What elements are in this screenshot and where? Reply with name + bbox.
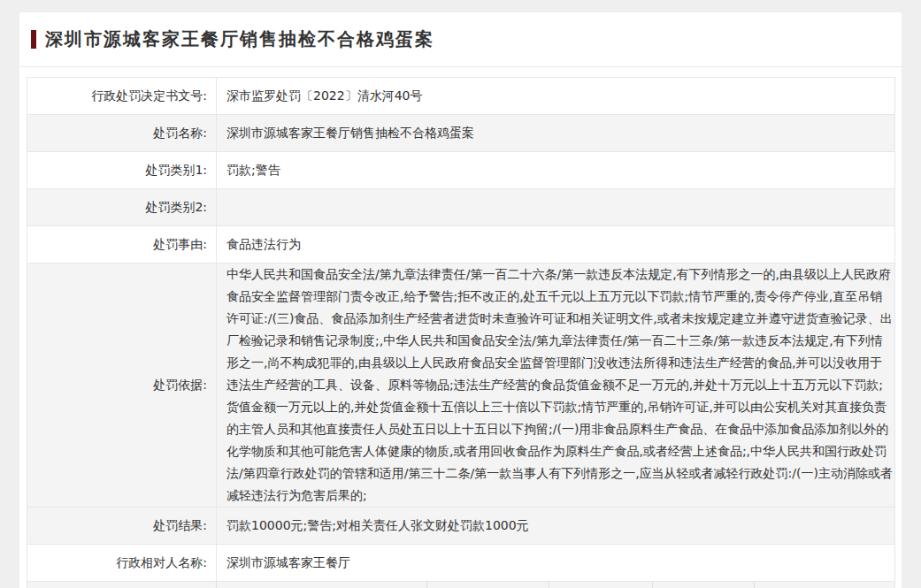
row-value: 罚款;警告 [217,152,894,188]
table-row: 处罚事由:食品违法行为 [27,226,894,263]
row-label: 处罚结果: [27,508,217,544]
partial-cell [427,582,549,588]
row-label: 处罚类别2: [27,189,217,225]
page-title: 深圳市源城客家王餐厅销售抽检不合格鸡蛋案 [45,27,434,51]
content-panel: 深圳市源城客家王餐厅销售抽检不合格鸡蛋案 行政处罚决定书文号:深市监罗处罚〔20… [19,12,902,588]
row-label: 行政相对人名称: [27,545,217,581]
row-value: 深市监罗处罚〔2022〕清水河40号 [217,78,894,114]
table-row-partial [27,582,894,588]
partial-cell [653,582,755,588]
row-label: 处罚事由: [27,226,217,263]
row-value: 深圳市源城客家王餐厅销售抽检不合格鸡蛋案 [217,115,894,151]
partial-cell [549,582,653,588]
row-value: 深圳市源城客家王餐厅 [217,545,894,581]
row-label: 处罚类别1: [27,152,217,188]
row-label: 处罚依据: [27,263,217,507]
penalty-detail-table: 行政处罚决定书文号:深市监罗处罚〔2022〕清水河40号处罚名称:深圳市源城客家… [27,77,895,588]
table-row: 行政相对人名称:深圳市源城客家王餐厅 [27,545,894,582]
table-row: 处罚类别1:罚款;警告 [27,152,894,189]
table-row: 处罚类别2: [27,189,894,226]
row-value: 罚款10000元;警告;对相关责任人张文财处罚款1000元 [217,508,894,544]
partial-cell [27,582,217,588]
partial-cell [217,582,427,588]
table-rows: 行政处罚决定书文号:深市监罗处罚〔2022〕清水河40号处罚名称:深圳市源城客家… [27,78,894,582]
partial-cell [755,582,894,588]
row-value [217,189,894,225]
row-value: 中华人民共和国食品安全法/第九章法律责任/第一百二十六条/第一款违反本法规定,有… [217,263,894,507]
table-row: 处罚依据:中华人民共和国食品安全法/第九章法律责任/第一百二十六条/第一款违反本… [27,263,894,508]
row-label: 处罚名称: [27,115,217,151]
table-row: 处罚名称:深圳市源城客家王餐厅销售抽检不合格鸡蛋案 [27,115,894,152]
title-accent-bar [31,30,36,49]
row-label: 行政处罚决定书文号: [27,78,217,114]
row-value: 食品违法行为 [217,226,894,263]
page-header: 深圳市源城客家王餐厅销售抽检不合格鸡蛋案 [19,12,902,67]
table-row: 行政处罚决定书文号:深市监罗处罚〔2022〕清水河40号 [27,78,894,115]
table-row: 处罚结果:罚款10000元;警告;对相关责任人张文财处罚款1000元 [27,508,894,545]
